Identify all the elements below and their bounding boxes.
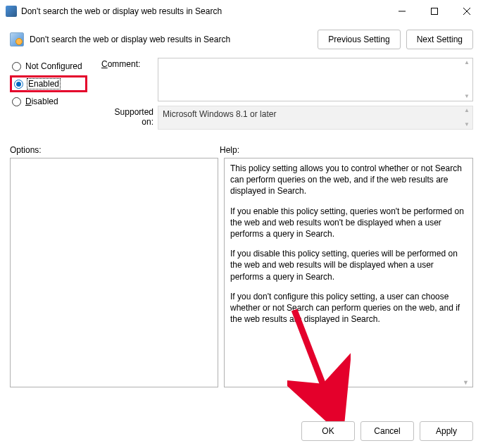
maximize-button[interactable]: [418, 0, 451, 23]
panel-labels: Options: Help:: [0, 137, 483, 158]
radio-enabled-label[interactable]: Enabled: [27, 79, 60, 89]
header: Don't search the web or display web resu…: [0, 23, 483, 52]
policy-icon: [10, 32, 24, 46]
window-icon: [6, 6, 17, 17]
comment-textarea[interactable]: ▲▼: [158, 58, 473, 101]
radio-not-configured[interactable]: Not Configured: [10, 58, 87, 75]
radio-disabled-label[interactable]: Disabled: [25, 97, 58, 106]
help-label: Help:: [220, 145, 239, 155]
window-controls: [386, 0, 483, 23]
options-panel: [10, 158, 218, 387]
help-paragraph: If you disable this policy setting, quer…: [230, 248, 467, 282]
supported-scroll: ▲▼: [462, 107, 472, 128]
close-button[interactable]: [451, 0, 483, 23]
previous-setting-button[interactable]: Previous Setting: [318, 30, 400, 49]
panels: This policy setting allows you to contro…: [0, 158, 483, 387]
state-radios: Not Configured Enabled Disabled: [10, 58, 87, 134]
fields: Comment: ▲▼ Supported on: Microsoft Wind…: [101, 58, 473, 134]
help-paragraph: This policy setting allows you to contro…: [230, 163, 467, 197]
options-label: Options:: [10, 145, 220, 155]
supported-box: Microsoft Windows 8.1 or later ▲▼: [158, 106, 473, 130]
cancel-button[interactable]: Cancel: [360, 421, 414, 441]
minimize-button[interactable]: [386, 0, 418, 23]
supported-row: Supported on: Microsoft Windows 8.1 or l…: [101, 106, 473, 130]
window-title: Don't search the web or display web resu…: [21, 6, 386, 16]
help-paragraph: If you enable this policy setting, queri…: [230, 206, 467, 240]
help-panel[interactable]: This policy setting allows you to contro…: [224, 158, 473, 387]
help-paragraph: If you don't configure this policy setti…: [230, 291, 467, 325]
comment-row: Comment: ▲▼: [101, 58, 473, 101]
radio-enabled-input[interactable]: [14, 80, 23, 89]
help-scroll-down-icon[interactable]: ▼: [463, 377, 471, 385]
ok-button[interactable]: OK: [301, 421, 355, 441]
nav-buttons: Previous Setting Next Setting: [318, 30, 473, 49]
comment-label: Comment:: [101, 58, 158, 69]
svg-rect-1: [432, 8, 438, 15]
supported-label: Supported on:: [101, 106, 158, 127]
state-section: Not Configured Enabled Disabled Comment:…: [0, 52, 483, 137]
titlebar: Don't search the web or display web resu…: [0, 0, 483, 23]
next-setting-button[interactable]: Next Setting: [406, 30, 473, 49]
radio-not-configured-input[interactable]: [12, 62, 21, 71]
footer-buttons: OK Cancel Apply: [301, 421, 473, 441]
scroll-up-icon[interactable]: ▲: [462, 59, 472, 66]
scroll-up-icon: ▲: [462, 107, 472, 114]
comment-scroll[interactable]: ▲▼: [462, 59, 472, 100]
policy-title: Don't search the web or display web resu…: [30, 35, 318, 44]
radio-disabled-input[interactable]: [12, 97, 21, 106]
radio-not-configured-label[interactable]: Not Configured: [25, 61, 82, 71]
scroll-down-icon[interactable]: ▼: [462, 93, 472, 100]
radio-disabled[interactable]: Disabled: [10, 93, 87, 110]
radio-enabled[interactable]: Enabled: [10, 75, 87, 92]
apply-button[interactable]: Apply: [420, 421, 473, 441]
scroll-down-icon: ▼: [462, 121, 472, 128]
supported-value: Microsoft Windows 8.1 or later: [163, 109, 276, 119]
